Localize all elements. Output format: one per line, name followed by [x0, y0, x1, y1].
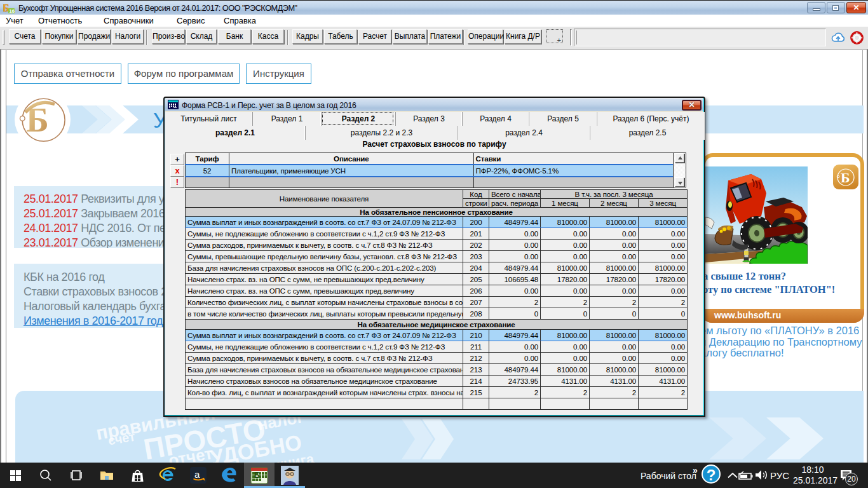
svg-text:16: 16 [10, 8, 15, 13]
svg-text:a: a [194, 469, 200, 480]
svg-text:Б: Б [841, 170, 850, 186]
svg-text:Б: Б [254, 471, 260, 480]
